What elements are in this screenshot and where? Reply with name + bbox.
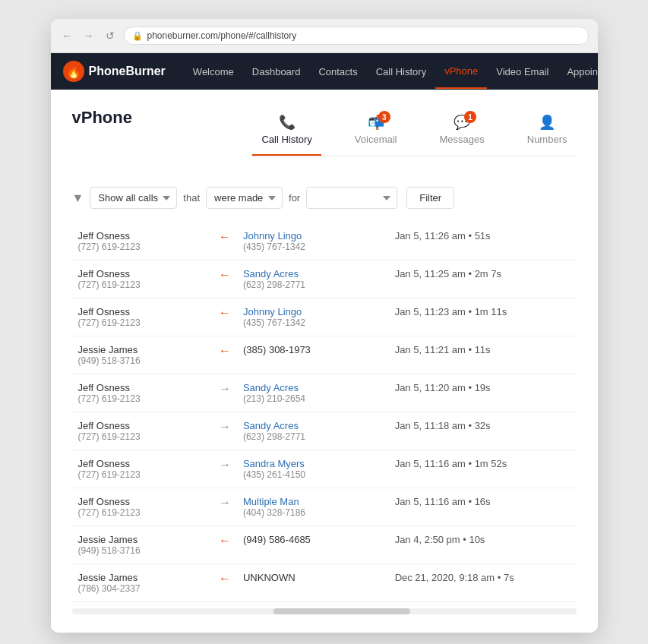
contact-name-link[interactable]: Sandy Acres: [243, 268, 383, 279]
table-row: Jessie James (786) 304-2337 ← UNKNOWN De…: [72, 564, 577, 602]
nav-vphone[interactable]: vPhone: [435, 55, 487, 89]
contact-info: Sandy Acres(623) 298-2771: [237, 260, 389, 298]
for-select[interactable]: [306, 187, 397, 209]
tab-numbers-label: Numbers: [527, 134, 567, 145]
caller-info: Jeff Osness (727) 619-2123: [72, 298, 213, 336]
call-time: Dec 21, 2020, 9:18 am • 7s: [389, 564, 577, 602]
contact-name-link[interactable]: Sandy Acres: [243, 420, 383, 431]
contact-info: Sandy Acres(623) 298-2771: [237, 412, 389, 450]
table-row: Jeff Osness (727) 619-2123 ← Johnny Ling…: [72, 223, 577, 260]
back-button[interactable]: ←: [60, 28, 75, 43]
call-direction: ←: [213, 260, 237, 298]
caller-info: Jeff Osness (727) 619-2123: [72, 450, 213, 488]
call-time: Jan 5, 11:21 am • 11s: [389, 336, 577, 374]
contact-phone: (435) 767-1342: [243, 317, 383, 328]
agent-name: Jeff Osness: [78, 306, 207, 317]
page-title: vPhone: [72, 108, 132, 128]
agent-phone: (727) 619-2123: [78, 279, 207, 290]
were-made-select[interactable]: were made: [206, 187, 283, 209]
agent-name: Jeff Osness: [78, 230, 207, 242]
filter-row: ▼ Show all calls that were made for Filt…: [72, 187, 577, 209]
agent-name: Jessie James: [78, 534, 207, 545]
for-label: for: [289, 192, 300, 204]
caller-info: Jeff Osness (727) 619-2123: [72, 260, 213, 298]
tab-numbers[interactable]: 👤 Numbers: [518, 108, 577, 156]
call-time: Jan 5, 11:18 am • 32s: [389, 412, 577, 450]
caller-info: Jessie James (949) 518-3716: [72, 526, 213, 564]
browser-toolbar: ← → ↺ 🔒 phoneburner.com/phone/#/callhist…: [51, 19, 598, 53]
caller-info: Jeff Osness (727) 619-2123: [72, 223, 213, 260]
contact-name-link[interactable]: Sandra Myers: [243, 458, 383, 469]
call-time: Jan 5, 11:23 am • 1m 11s: [389, 298, 577, 336]
nav-dashboard[interactable]: Dashboard: [243, 55, 310, 88]
flame-icon: 🔥: [63, 61, 84, 82]
agent-phone: (727) 619-2123: [78, 317, 207, 328]
contact-name-link[interactable]: Sandy Acres: [243, 382, 383, 393]
that-label: that: [183, 192, 200, 204]
outgoing-arrow-icon: →: [219, 458, 231, 471]
nav-welcome[interactable]: Welcome: [184, 55, 243, 88]
show-all-calls-select[interactable]: Show all calls: [90, 187, 177, 209]
table-row: Jeff Osness (727) 619-2123 → Sandra Myer…: [72, 450, 577, 488]
contact-name-plain: UNKNOWN: [243, 572, 383, 583]
nav-video-email[interactable]: Video Email: [487, 55, 558, 88]
nav-call-history[interactable]: Call History: [367, 55, 435, 88]
nav-contacts[interactable]: Contacts: [309, 55, 366, 88]
filter-button[interactable]: Filter: [406, 187, 454, 209]
scrollbar-thumb[interactable]: [273, 608, 410, 614]
contact-name-link[interactable]: Multiple Man: [243, 496, 383, 507]
table-row: Jessie James (949) 518-3716 ← (949) 586-…: [72, 526, 577, 564]
tab-call-history[interactable]: 📞 Call History: [252, 108, 321, 156]
incoming-arrow-icon: ←: [219, 344, 231, 357]
call-history-icon: 📞: [279, 114, 296, 131]
nav-appointments[interactable]: Appointme...: [558, 55, 597, 88]
call-direction: →: [213, 488, 237, 526]
url-bar[interactable]: 🔒 phoneburner.com/phone/#/callhistory: [124, 27, 589, 45]
contact-name-plain: (949) 586-4685: [243, 534, 383, 545]
agent-name: Jeff Osness: [78, 382, 207, 393]
caller-info: Jessie James (949) 518-3716: [72, 336, 213, 374]
tab-voicemail[interactable]: 📬 3 Voicemail: [346, 108, 406, 156]
call-direction: ←: [213, 564, 237, 602]
agent-phone: (727) 619-2123: [78, 431, 207, 442]
scrollbar[interactable]: [72, 608, 577, 614]
caller-info: Jeff Osness (727) 619-2123: [72, 374, 213, 412]
navigation-bar: 🔥 PhoneBurner Welcome Dashboard Contacts…: [51, 53, 598, 90]
outgoing-arrow-icon: →: [219, 496, 231, 509]
lock-icon: 🔒: [132, 31, 143, 41]
url-text: phoneburner.com/phone/#/callhistory: [147, 30, 297, 41]
contact-phone: (623) 298-2771: [243, 431, 383, 442]
call-direction: →: [213, 374, 237, 412]
forward-button[interactable]: →: [81, 28, 96, 43]
call-direction: ←: [213, 526, 237, 564]
call-time: Jan 5, 11:25 am • 2m 7s: [389, 260, 577, 298]
contact-info: Sandy Acres(213) 210-2654: [237, 374, 389, 412]
messages-badge: 1: [464, 111, 476, 123]
nav-items: Welcome Dashboard Contacts Call History …: [184, 55, 598, 89]
incoming-arrow-icon: ←: [219, 306, 231, 319]
filter-icon: ▼: [72, 191, 84, 205]
contact-phone: (435) 767-1342: [243, 242, 383, 252]
outgoing-arrow-icon: →: [219, 420, 231, 433]
agent-phone: (727) 619-2123: [78, 469, 207, 480]
logo-text: PhoneBurner: [89, 65, 166, 78]
agent-name: Jeff Osness: [78, 268, 207, 279]
contact-name-plain: (385) 308-1973: [243, 344, 383, 355]
messages-icon: 💬 1: [454, 114, 470, 131]
contact-name-link[interactable]: Johnny Lingo: [243, 230, 383, 242]
tab-messages[interactable]: 💬 1 Messages: [431, 108, 494, 156]
contact-name-link[interactable]: Johnny Lingo: [243, 306, 383, 317]
refresh-button[interactable]: ↺: [103, 28, 118, 43]
call-direction: ←: [213, 336, 237, 374]
contact-phone: (213) 210-2654: [243, 393, 383, 404]
agent-name: Jessie James: [78, 344, 207, 355]
agent-phone: (949) 518-3716: [78, 355, 207, 366]
page-header: vPhone 📞 Call History 📬 3 Voicemail 💬: [72, 108, 577, 172]
agent-phone: (727) 619-2123: [78, 393, 207, 404]
call-time: Jan 5, 11:20 am • 19s: [389, 374, 577, 412]
contact-info: Sandra Myers(435) 261-4150: [237, 450, 389, 488]
contact-info: UNKNOWN: [237, 564, 389, 602]
agent-phone: (949) 518-3716: [78, 545, 207, 556]
call-direction: ←: [213, 223, 237, 260]
table-row: Jeff Osness (727) 619-2123 ← Johnny Ling…: [72, 298, 577, 336]
